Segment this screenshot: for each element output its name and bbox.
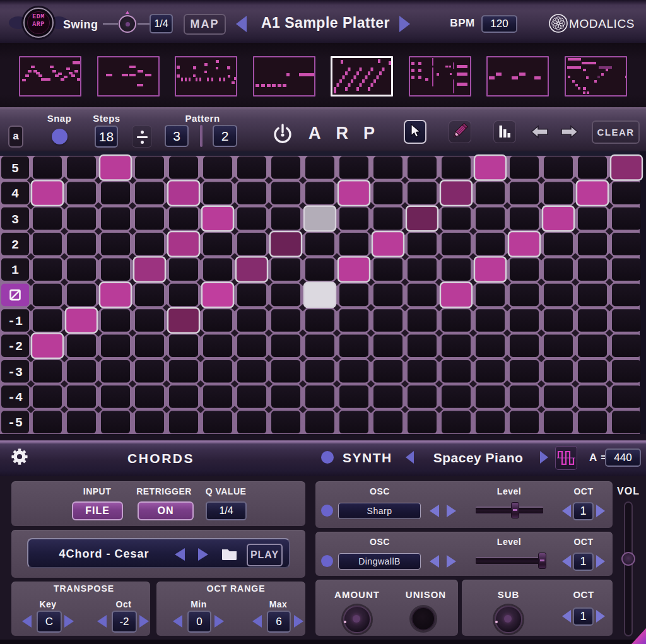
svg-text:4: 4 xyxy=(11,187,19,201)
svg-text:-3: -3 xyxy=(8,365,23,380)
svg-text:-5: -5 xyxy=(8,416,23,430)
svg-text:-4: -4 xyxy=(8,390,23,405)
svg-text:5: 5 xyxy=(11,161,19,176)
svg-text:1: 1 xyxy=(11,263,19,278)
svg-text:2: 2 xyxy=(11,238,19,252)
svg-text:-1: -1 xyxy=(8,314,23,329)
svg-text:-2: -2 xyxy=(8,339,23,354)
svg-text:3: 3 xyxy=(11,213,19,227)
